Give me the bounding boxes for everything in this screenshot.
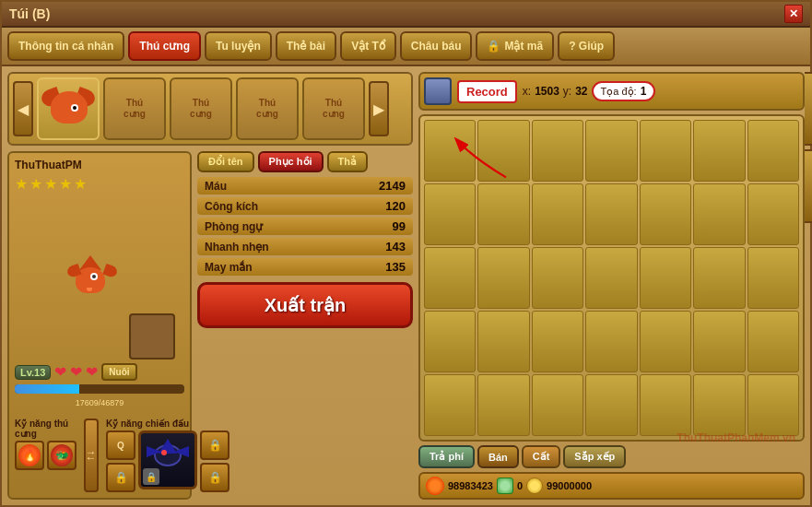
window-title: Túi (B) bbox=[9, 6, 50, 21]
pet-skill-2[interactable]: 🐲 bbox=[47, 441, 76, 470]
side-tab-tools[interactable]: 🎒 Đạo cụ bbox=[805, 149, 812, 223]
y-label: y: bbox=[563, 85, 571, 98]
left-panel: ◀ Thúcưng Thúcưng bbox=[7, 72, 413, 500]
stat-row-def: Phòng ngự 99 bbox=[197, 218, 413, 235]
inv-cell-25[interactable] bbox=[585, 311, 637, 372]
inventory-grid bbox=[418, 114, 805, 442]
action-buttons: Đổi tên Phục hồi Thả bbox=[197, 151, 413, 172]
stat-value-atk: 120 bbox=[385, 199, 406, 213]
inv-cell-11[interactable] bbox=[585, 183, 637, 245]
inv-cell-5[interactable] bbox=[640, 120, 691, 182]
tab-help[interactable]: ? Giúp bbox=[558, 31, 615, 61]
combat-center-slot[interactable]: 🔒 bbox=[138, 430, 197, 489]
y-value: 32 bbox=[575, 85, 587, 98]
stat-row-hp: Máu 2149 bbox=[197, 177, 413, 195]
inv-cell-10[interactable] bbox=[532, 183, 583, 245]
inv-cell-27[interactable] bbox=[693, 311, 745, 372]
tab-totem[interactable]: Vật Tổ bbox=[340, 31, 396, 61]
pet-slot-4[interactable]: Thúcưng bbox=[236, 77, 299, 140]
pet-slot-3[interactable]: Thúcưng bbox=[170, 77, 232, 140]
stat-row-luck: May mắn 135 bbox=[197, 258, 413, 276]
inv-cell-32[interactable] bbox=[585, 374, 637, 436]
inv-cell-16[interactable] bbox=[477, 247, 529, 309]
inv-cell-33[interactable] bbox=[640, 374, 691, 436]
scroll-bar[interactable]: ↑↓ bbox=[84, 419, 99, 492]
inv-cell-18[interactable] bbox=[585, 247, 637, 309]
gem-icon bbox=[497, 478, 513, 494]
inv-cell-34[interactable] bbox=[693, 374, 745, 436]
toa-do-box: Tọa độ: 1 bbox=[592, 81, 656, 101]
stat-name-atk: Công kích bbox=[205, 200, 258, 213]
pet-skill-1[interactable]: 🔥 bbox=[15, 441, 44, 470]
pet-image-area bbox=[15, 196, 184, 360]
item-box bbox=[129, 313, 175, 360]
lock-icon: 🔒 bbox=[487, 40, 500, 53]
inv-cell-13[interactable] bbox=[693, 183, 745, 245]
side-tabs: 🛡️ Trang bị 🎒 Đạo cụ bbox=[805, 72, 812, 223]
feed-button[interactable]: Nuôi bbox=[101, 363, 136, 381]
inv-cell-29[interactable] bbox=[424, 374, 476, 436]
prev-pet-button[interactable]: ◀ bbox=[13, 81, 33, 136]
heart-3: ❤ bbox=[86, 363, 98, 381]
inv-cell-23[interactable] bbox=[477, 311, 529, 372]
stat-name-def: Phòng ngự bbox=[205, 220, 263, 233]
rename-button[interactable]: Đổi tên bbox=[197, 151, 254, 172]
active-pet-slot[interactable] bbox=[37, 77, 100, 140]
pet-slot-2[interactable]: Thúcưng bbox=[103, 77, 166, 140]
pet-eye bbox=[71, 104, 78, 112]
fire-skill-icon: 🔥 bbox=[18, 444, 41, 466]
inv-cell-1[interactable] bbox=[424, 120, 476, 182]
inv-cell-15[interactable] bbox=[424, 247, 476, 309]
combat-q-slot[interactable]: Q bbox=[106, 430, 135, 460]
inv-cell-24[interactable] bbox=[532, 311, 583, 372]
inv-cell-6[interactable] bbox=[693, 120, 745, 182]
pet-slot-5[interactable]: Thúcưng bbox=[302, 77, 365, 140]
inv-cell-19[interactable] bbox=[640, 247, 691, 309]
tab-card[interactable]: Thẻ bài bbox=[276, 31, 336, 61]
stat-name-agi: Nhanh nhẹn bbox=[205, 241, 269, 254]
main-window: Túi (B) ✕ Thông tin cá nhân Thú cưng Tu … bbox=[0, 0, 812, 507]
close-button[interactable]: ✕ bbox=[784, 5, 803, 23]
tab-treasure[interactable]: Châu báu bbox=[400, 31, 473, 61]
inv-cell-17[interactable] bbox=[532, 247, 583, 309]
pet-skill-icons: 🔥 🐲 bbox=[15, 441, 76, 470]
star-2: ★ bbox=[29, 175, 42, 193]
inv-cell-28[interactable] bbox=[747, 311, 799, 372]
inv-cell-3[interactable] bbox=[532, 120, 583, 182]
inv-cell-31[interactable] bbox=[532, 374, 583, 436]
inv-cell-22[interactable] bbox=[424, 311, 476, 372]
side-tab-equipment[interactable]: 🛡️ Trang bị bbox=[805, 72, 812, 146]
inv-cell-21[interactable] bbox=[747, 247, 799, 309]
pet-owner: ThuThuatPM bbox=[15, 159, 184, 171]
inv-cell-35[interactable] bbox=[747, 374, 799, 436]
inventory-avatar bbox=[424, 77, 452, 105]
ban-button[interactable]: Bán bbox=[477, 445, 519, 468]
heart-2: ❤ bbox=[70, 363, 82, 381]
inv-cell-30[interactable] bbox=[477, 374, 529, 436]
cat-button[interactable]: Cất bbox=[522, 445, 561, 468]
battle-button[interactable]: Xuất trận bbox=[197, 282, 413, 328]
release-button[interactable]: Thả bbox=[327, 151, 368, 172]
inv-cell-7[interactable] bbox=[747, 120, 799, 182]
currency-value-1: 98983423 bbox=[448, 480, 493, 491]
tab-pet[interactable]: Thú cưng bbox=[128, 31, 201, 61]
inv-cell-8[interactable] bbox=[424, 183, 476, 245]
tra-phi-button[interactable]: Trả phí bbox=[418, 445, 475, 468]
inv-cell-9[interactable] bbox=[477, 183, 529, 245]
inv-cell-2[interactable] bbox=[477, 120, 529, 182]
currency-value-2: 0 bbox=[517, 480, 523, 491]
record-button[interactable]: Record bbox=[457, 80, 517, 103]
sap-xep-button[interactable]: Sắp xếp bbox=[563, 445, 626, 468]
next-pet-button[interactable]: ▶ bbox=[369, 81, 389, 136]
tab-training[interactable]: Tu luyện bbox=[205, 31, 272, 61]
inv-cell-14[interactable] bbox=[747, 183, 799, 245]
tab-personal-info[interactable]: Thông tin cá nhân bbox=[7, 31, 124, 61]
currency-value-3: 99000000 bbox=[547, 480, 592, 491]
inv-cell-12[interactable] bbox=[640, 183, 691, 245]
restore-button[interactable]: Phục hồi bbox=[258, 151, 324, 172]
inv-cell-20[interactable] bbox=[693, 247, 745, 309]
inv-cell-4[interactable] bbox=[585, 120, 637, 182]
tab-password[interactable]: 🔒 🔒 Mật mã Mật mã bbox=[476, 31, 554, 61]
inv-cell-26[interactable] bbox=[640, 311, 691, 372]
combat-slot-bl[interactable]: 🔒 bbox=[106, 463, 135, 492]
